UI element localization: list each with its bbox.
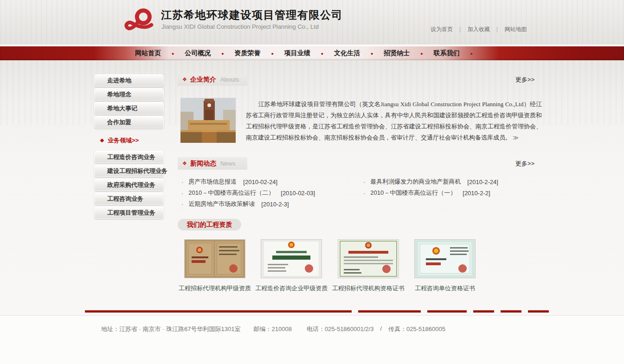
qualifications-heading: 我们的工程资质 <box>178 219 241 230</box>
news-list-item: · 房产市场信息报道 [2010-02-24] <box>178 176 360 187</box>
diamond-icon: ❖ <box>182 160 187 166</box>
about-title: 企业简介 <box>190 76 216 84</box>
divider-segment <box>358 310 421 313</box>
footer-fax: 传真：025-51860005 <box>388 325 445 333</box>
footer-zip: 邮编：210008 <box>254 325 292 333</box>
news-date: [2010-2-3] <box>261 201 289 208</box>
divider-segment <box>473 310 494 313</box>
sidebar: 走进希地 希地理念 希地大事记 合作加盟 ❖业务领域>> 工程造价咨询业务 建设… <box>94 74 164 220</box>
company-logo-icon[interactable] <box>124 6 157 34</box>
nav-items: 网站首页 • 公司概况 • 资质荣誉 • 项目业绩 • 文化生活 • 招贤纳士 … <box>130 46 479 60</box>
news-list-item: · 2010－中国楼市高位运行（一） [2010-2-2] <box>360 187 541 198</box>
certificate-image[interactable] <box>185 240 245 278</box>
news-link[interactable]: 房产市场信息报道 <box>188 178 237 186</box>
news-more-link[interactable]: 更多>> <box>515 160 534 168</box>
certificate-image[interactable] <box>415 240 475 278</box>
news-date: [2010-02-03] <box>281 190 315 197</box>
certificate-caption: 工程咨询单位资格证书 <box>415 284 475 293</box>
news-link[interactable]: 2010－中国楼市高位运行（二） <box>188 189 274 197</box>
sidebar-item-eng-consulting[interactable]: 工程咨询业务 <box>94 192 164 205</box>
news-list-item: · 2010－中国楼市高位运行（二） [2010-02-03] <box>178 187 360 198</box>
certificate-caption: 工程招标代理机构资格证书 <box>332 284 405 293</box>
bullet-icon: · <box>181 201 183 208</box>
divider-segment <box>427 310 467 313</box>
news-link[interactable]: 最具利润爆发力的商业地产新商机 <box>370 178 461 186</box>
about-title-box: ❖ 企业简介 Abouts <box>178 73 247 86</box>
about-title-en: Abouts <box>220 76 239 83</box>
quick-links: 设为首页 ｜ 加入收藏 ｜ 网站地图 <box>431 26 527 33</box>
news-lists: · 房产市场信息报道 [2010-02-24] · 2010－中国楼市高位运行（… <box>178 176 542 210</box>
divider-segment <box>501 310 521 313</box>
nav-item-contact[interactable]: 联系我们 <box>429 49 464 57</box>
sidebar-item-bidding-agency[interactable]: 建设工程招标代理业务 <box>94 165 164 177</box>
company-name-en: Jiangsu XIDI Global Construction Project… <box>161 23 319 30</box>
footer-address: 地址：江苏省 · 南京市 · 珠江路67号华利国际1301室 <box>101 325 241 333</box>
sidebar-item-xidi-milestones[interactable]: 希地大事记 <box>94 102 164 115</box>
certificates-row: 工程招标代理机构甲级资质 工程造价咨询企业甲级资质 <box>178 240 482 293</box>
news-section-header: ❖ 新闻动态 News 更多>> <box>178 157 542 170</box>
about-row: 江苏希地环球建设项目管理有限公司（英文名Jiangsu Xidi Global … <box>178 98 542 155</box>
nav-item-culture[interactable]: 文化生活 <box>329 49 365 57</box>
news-date: [2010-2-24] <box>467 179 498 185</box>
nav-item-company-profile[interactable]: 公司概况 <box>180 49 215 57</box>
nav-bullet-icon: • <box>365 50 379 57</box>
nav-item-qualifications[interactable]: 资质荣誉 <box>230 49 265 57</box>
footer-phone: 电话：025-51860001/2/3 <box>307 325 374 333</box>
news-link[interactable]: 2010－中国楼市高位运行（一） <box>370 189 456 197</box>
news-list-item: · 近期房地产市场政策解读 [2010-2-3] <box>178 198 360 210</box>
page: 江苏希地环球建设项目管理有限公司 Jiangsu XIDI Global Con… <box>0 0 624 364</box>
certificate-caption: 工程造价咨询企业甲级资质 <box>255 284 328 293</box>
footer-contact-info: 地址：江苏省 · 南京市 · 珠江路67号华利国际1301室 邮编：210008… <box>101 325 624 333</box>
quick-link-add-favorite[interactable]: 加入收藏 <box>468 26 490 33</box>
company-name-cn: 江苏希地环球建设项目管理有限公司 <box>161 8 343 22</box>
footer-divider-bar <box>85 310 549 313</box>
news-date: [2010-02-24] <box>243 179 277 185</box>
main-navbar: 网站首页 • 公司概况 • 资质荣誉 • 项目业绩 • 文化生活 • 招贤纳士 … <box>0 46 624 60</box>
quick-link-sitemap[interactable]: 网站地图 <box>505 26 527 33</box>
news-title-en: News <box>220 160 236 167</box>
nav-bullet-icon: • <box>166 50 180 57</box>
about-more-link[interactable]: 更多>> <box>515 76 534 84</box>
quick-link-set-home[interactable]: 设为首页 <box>431 26 453 33</box>
news-column-right: · 最具利润爆发力的商业地产新商机 [2010-2-24] · 2010－中国楼… <box>360 176 541 210</box>
sidebar-item-xidi-philosophy[interactable]: 希地理念 <box>94 88 164 101</box>
main-content: ❖ 企业简介 Abouts 更多>> <box>178 60 542 293</box>
bullet-icon: · <box>363 190 365 197</box>
header: 江苏希地环球建设项目管理有限公司 Jiangsu XIDI Global Con… <box>0 0 624 45</box>
nav-bullet-icon: • <box>265 50 280 57</box>
nav-bullet-icon: • <box>464 50 479 57</box>
sidebar-item-gov-procurement[interactable]: 政府采购代理业务 <box>94 179 164 191</box>
sidebar-item-cost-consulting[interactable]: 工程造价咨询业务 <box>94 151 164 163</box>
company-building-photo[interactable] <box>180 98 236 143</box>
certificate-image[interactable] <box>261 240 322 278</box>
sidebar-item-enter-xidi[interactable]: 走进希地 <box>94 74 164 87</box>
diamond-icon: ❖ <box>182 77 187 83</box>
news-list-item: · 最具利润爆发力的商业地产新商机 [2010-2-24] <box>360 176 541 187</box>
news-title-box: ❖ 新闻动态 News <box>178 157 247 170</box>
footer: 地址：江苏省 · 南京市 · 珠江路67号华利国际1301室 邮编：210008… <box>0 315 624 364</box>
nav-item-projects[interactable]: 项目业绩 <box>280 49 315 57</box>
nav-item-home[interactable]: 网站首页 <box>130 49 166 57</box>
about-section-header: ❖ 企业简介 Abouts 更多>> <box>178 73 542 86</box>
quick-link-separator: ｜ <box>495 26 500 33</box>
certificate-figure: 工程招标代理机构资格证书 <box>331 240 405 293</box>
divider-segment <box>85 310 352 313</box>
sidebar-section-title: 业务领域>> <box>108 137 139 144</box>
bullet-icon: · <box>181 179 183 185</box>
certificate-image[interactable] <box>338 240 399 278</box>
sidebar-section-business-areas[interactable]: ❖业务领域>> <box>100 136 164 145</box>
sidebar-item-cooperation[interactable]: 合作加盟 <box>94 116 164 128</box>
certificate-figure: 工程造价咨询企业甲级资质 <box>254 240 328 293</box>
nav-item-recruitment[interactable]: 招贤纳士 <box>379 49 414 57</box>
sidebar-item-project-management[interactable]: 工程项目管理业务 <box>94 206 164 219</box>
certificate-caption: 工程招标代理机构甲级资质 <box>179 284 251 293</box>
bullet-icon: · <box>363 179 365 185</box>
news-link[interactable]: 近期房地产市场政策解读 <box>188 200 255 208</box>
about-paragraph: 江苏希地环球建设项目管理有限公司（英文名Jiangsu Xidi Global … <box>246 99 542 143</box>
bullet-icon: · <box>181 190 183 197</box>
nav-bullet-icon: • <box>315 50 329 57</box>
nav-bullet-icon: • <box>215 50 230 57</box>
news-date: [2010-2-2] <box>463 190 490 197</box>
news-title: 新闻动态 <box>190 160 216 168</box>
divider-segment <box>528 310 549 313</box>
